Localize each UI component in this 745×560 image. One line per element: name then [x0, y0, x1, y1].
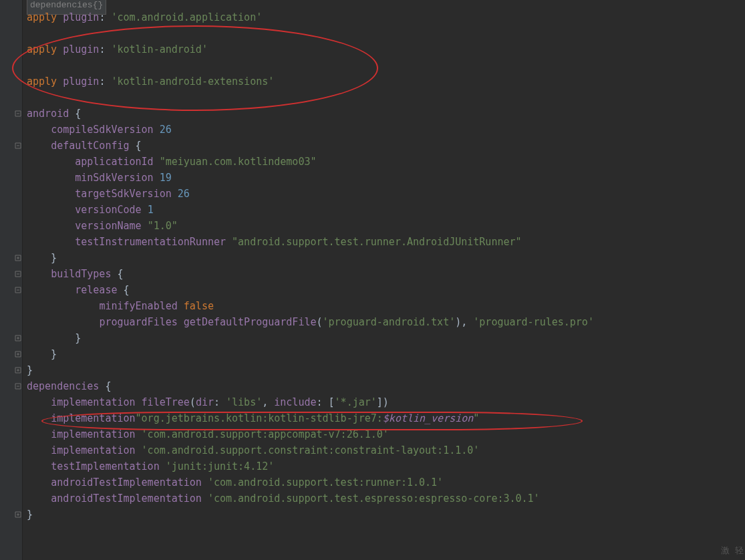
token-prop: androidTestImplementation	[51, 493, 202, 505]
token-num: 19	[160, 172, 172, 184]
token-str: 'com.android.support:appcompat-v7:26.1.0…	[142, 428, 389, 440]
token-prop: applicationId	[75, 156, 153, 168]
fold-close-icon[interactable]	[15, 351, 21, 358]
token-prop: dir	[196, 396, 214, 408]
token-str: 'com.android.support.test.espresso:espre…	[208, 493, 540, 505]
fold-open-icon[interactable]	[15, 287, 21, 293]
token-prop: androidTestImplementation	[51, 476, 202, 488]
token-prop: versionName	[75, 220, 141, 232]
token-str: 'proguard-rules.pro'	[473, 316, 594, 328]
token-prop: targetSdkVersion	[75, 188, 172, 200]
token-prop: plugin	[63, 76, 99, 88]
token-str: '*.jar'	[335, 396, 377, 408]
token-prop: getDefaultProguardFile	[184, 316, 317, 328]
token-prop: defaultConfig	[51, 140, 129, 152]
token-str: 'com.android.support.test:runner:1.0.1'	[208, 476, 443, 488]
token-prop: implementation	[51, 428, 135, 440]
token-prop: proguardFiles	[99, 316, 177, 328]
token-prop: implementation	[51, 444, 135, 456]
fold-close-icon[interactable]	[15, 255, 21, 261]
fold-open-icon[interactable]	[15, 383, 21, 390]
token-prop: dependencies	[27, 380, 99, 392]
token-kw: apply	[27, 11, 63, 23]
token-prop: implementation	[51, 412, 135, 424]
token-str: "android.support.test.runner.AndroidJUni…	[232, 236, 521, 248]
token-str: 'proguard-android.txt'	[323, 316, 456, 328]
token-prop: include	[274, 396, 316, 408]
token-prop: buildTypes	[51, 268, 111, 280]
token-kw: false	[184, 300, 214, 312]
token-prop: compileSdkVersion	[51, 124, 154, 136]
token-str: 'junit:junit:4.12'	[166, 460, 275, 472]
fold-close-icon[interactable]	[15, 511, 21, 518]
token-prop: plugin	[63, 11, 99, 23]
fold-open-icon[interactable]	[15, 142, 21, 149]
code-editor[interactable]: dependencies{} apply plugin: 'com.androi…	[0, 0, 745, 560]
token-str: "org.jetbrains.kotlin:kotlin-stdlib-jre7…	[136, 412, 383, 424]
token-kw: apply	[27, 76, 63, 88]
token-str: "1.0"	[148, 220, 178, 232]
token-prop: testInstrumentationRunner	[75, 236, 226, 248]
token-prop: plugin	[63, 43, 99, 55]
token-str: 'kotlin-android-extensions'	[111, 76, 274, 88]
token-kw: apply	[27, 43, 63, 55]
token-prop: versionCode	[75, 204, 141, 216]
fold-close-icon[interactable]	[15, 335, 21, 341]
token-str: 'com.android.application'	[111, 11, 262, 23]
token-str: 'com.android.support.constraint:constrai…	[142, 444, 480, 456]
token-str: "	[473, 412, 479, 424]
token-num: 26	[160, 124, 172, 136]
token-prop: android	[27, 108, 69, 120]
token-prop: minifyEnabled	[99, 300, 177, 312]
gutter	[0, 0, 23, 560]
side-hint-chars: 激 轻	[721, 547, 744, 556]
fold-open-icon[interactable]	[15, 271, 21, 277]
token-prop: minSdkVersion	[75, 172, 153, 184]
fold-open-icon[interactable]	[15, 110, 21, 117]
token-num: 1	[148, 204, 154, 216]
token-prop: implementation	[51, 396, 135, 408]
token-str: "meiyuan.com.kotlindemo03"	[160, 156, 317, 168]
token-str: 'libs'	[226, 396, 262, 408]
token-num: 26	[178, 188, 190, 200]
token-var: $kotlin_version	[383, 412, 473, 424]
token-str: 'kotlin-android'	[111, 43, 208, 55]
token-prop: release	[75, 284, 117, 296]
token-prop: testImplementation	[51, 460, 160, 472]
code-area[interactable]: apply plugin: 'com.android.application' …	[27, 9, 594, 539]
fold-close-icon[interactable]	[15, 367, 21, 374]
token-prop: fileTree	[142, 396, 190, 408]
